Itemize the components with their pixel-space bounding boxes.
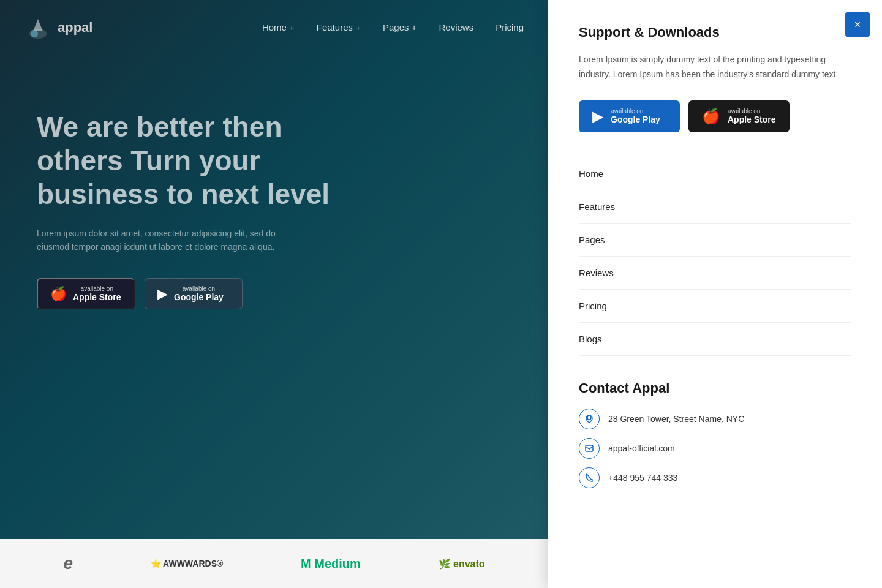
hero-apple-store-btn[interactable]: 🍎 available on Apple Store	[37, 278, 135, 309]
apple-icon: 🍎	[50, 286, 67, 302]
hero-google-store-name: Google Play	[174, 292, 224, 302]
panel-nav-item-pricing[interactable]: Pricing	[579, 290, 851, 323]
svg-point-10	[587, 416, 591, 420]
navbar: appal Home + Features + Pages + Reviews …	[0, 0, 548, 55]
logo-item-awwwards: ⭐ AWWWARDS®	[151, 559, 224, 568]
panel-apple-icon: 🍎	[702, 108, 720, 125]
panel-apple-store-btn[interactable]: 🍎 available on Apple Store	[688, 100, 790, 132]
panel-google-store-name: Google Play	[611, 115, 660, 124]
logo-item-envato: 🌿 envato	[439, 558, 485, 570]
panel-google-play-btn[interactable]: ▶ available on Google Play	[579, 100, 680, 132]
nav-item-features[interactable]: Features +	[317, 22, 361, 33]
contact-phone: +448 955 744 333	[608, 473, 677, 483]
panel-nav-item-home[interactable]: Home	[579, 157, 851, 190]
email-icon	[579, 438, 600, 459]
contact-item-location: 28 Green Tower, Street Name, NYC	[579, 409, 851, 429]
support-title: Support & Downloads	[579, 24, 851, 40]
panel-nav-item-pages[interactable]: Pages	[579, 224, 851, 257]
contact-email: appal-official.com	[608, 443, 675, 453]
svg-rect-11	[586, 445, 593, 451]
brand-logo-icon	[24, 14, 51, 41]
hero-apple-store-name: Apple Store	[73, 292, 121, 302]
hero-title: We are better then others Turn your busi…	[37, 110, 355, 212]
panel-google-available-on: available on	[611, 108, 660, 115]
panel-nav-item-blogs[interactable]: Blogs	[579, 323, 851, 356]
brand-name: appal	[58, 20, 92, 36]
contact-item-email: appal-official.com	[579, 438, 851, 459]
hero-apple-available-on: available on	[73, 285, 121, 292]
location-icon	[579, 409, 600, 429]
logo-item-medium: M Medium	[301, 557, 361, 571]
logos-bar: e ⭐ AWWWARDS® M Medium 🌿 envato	[0, 539, 548, 588]
support-description: Lorem Ipsum is simply dummy text of the …	[579, 53, 851, 82]
contact-title: Contact Appal	[579, 380, 851, 396]
nav-item-reviews[interactable]: Reviews	[439, 22, 473, 33]
contact-items: 28 Green Tower, Street Name, NYC appal-o…	[579, 409, 851, 488]
hero-google-play-btn[interactable]: ▶ available on Google Play	[145, 278, 243, 309]
contact-item-phone: +448 955 744 333	[579, 467, 851, 488]
nav-item-pricing[interactable]: Pricing	[496, 22, 524, 33]
panel-google-play-icon: ▶	[592, 108, 603, 125]
google-play-icon: ▶	[157, 286, 168, 302]
hero-store-buttons: 🍎 available on Apple Store ▶ available o…	[37, 278, 355, 309]
panel-apple-store-name: Apple Store	[728, 115, 776, 124]
panel-nav-item-reviews[interactable]: Reviews	[579, 257, 851, 290]
support-section: Support & Downloads Lorem Ipsum is simpl…	[579, 24, 851, 132]
panel-store-buttons: ▶ available on Google Play 🍎 available o…	[579, 100, 851, 132]
nav-item-pages[interactable]: Pages +	[383, 22, 417, 33]
svg-point-1	[31, 30, 38, 37]
brand-logo[interactable]: appal	[24, 14, 92, 41]
close-button[interactable]: ×	[845, 12, 870, 37]
panel-nav-item-features[interactable]: Features	[579, 190, 851, 224]
phone-icon	[579, 467, 600, 488]
hero-subtitle: Lorem ipsum dolor sit amet, consectetur …	[37, 227, 294, 254]
panel-apple-available-on: available on	[728, 108, 776, 115]
hero-google-available-on: available on	[174, 285, 224, 292]
panel-nav: Home Features Pages Reviews Pricing Blog…	[579, 157, 851, 356]
nav-item-home[interactable]: Home +	[262, 22, 295, 33]
hero-content: We are better then others Turn your busi…	[37, 110, 355, 309]
contact-section: Contact Appal 28 Green Tower, Street Nam…	[579, 380, 851, 488]
contact-address: 28 Green Tower, Street Name, NYC	[608, 414, 744, 424]
nav-links: Home + Features + Pages + Reviews Pricin…	[262, 22, 524, 33]
logo-item-e: e	[63, 554, 73, 573]
side-panel: × Support & Downloads Lorem Ipsum is sim…	[548, 0, 882, 588]
